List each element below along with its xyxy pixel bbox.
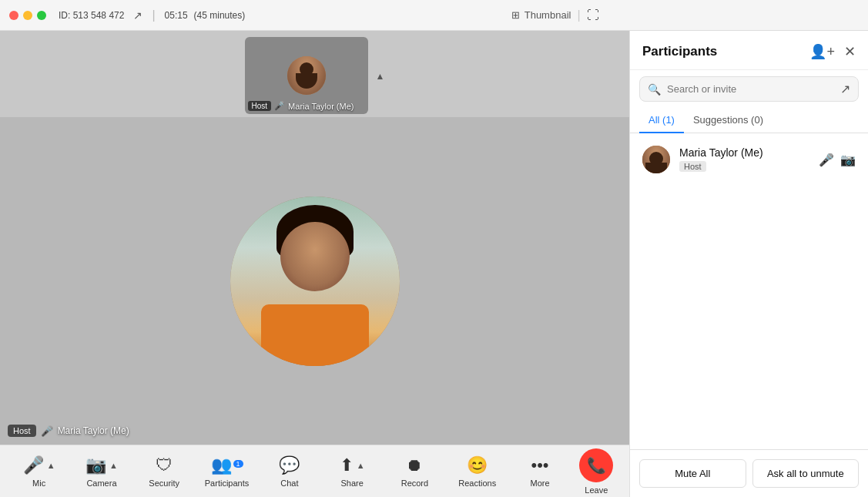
mic-caret-icon[interactable]: ▲: [47, 461, 55, 470]
leave-icon[interactable]: 📞: [579, 448, 613, 482]
mic-label: Mic: [32, 479, 45, 488]
search-input[interactable]: [667, 83, 834, 95]
camera-icon: 📷 ▲: [85, 455, 118, 475]
thumbnail-item: Host 🎤 Maria Taylor (Me): [245, 37, 376, 114]
divider: |: [577, 8, 580, 22]
minimize-button[interactable]: [23, 11, 32, 20]
participant-name-thumb: Maria Taylor (Me): [288, 102, 354, 111]
host-overlay: Host 🎤 Maria Taylor (Me): [8, 425, 129, 437]
participants-label: Participants: [205, 479, 249, 488]
record-icon: ⏺: [406, 455, 423, 475]
share-caret-icon[interactable]: ▲: [357, 461, 365, 470]
mute-all-button[interactable]: Mute All: [639, 459, 746, 488]
title-center: ⊞ Thumbnail | ⛶: [251, 8, 859, 22]
share-icon[interactable]: ↗: [133, 9, 142, 22]
camera-label: Camera: [86, 479, 116, 488]
search-icon: 🔍: [648, 83, 661, 96]
participant-info: Maria Taylor (Me) Host: [679, 146, 809, 173]
search-bar: 🔍 ↗: [630, 70, 868, 108]
participant-name: Maria Taylor (Me): [679, 146, 809, 159]
participants-icon: 👥1: [211, 455, 243, 475]
thumbnail-button[interactable]: ⊞ Thumbnail: [511, 9, 571, 21]
panel-header-icons: 👤+ ✕: [809, 43, 856, 60]
chevron-up-icon[interactable]: ▲: [376, 71, 385, 82]
participants-badge: 1: [233, 460, 243, 468]
add-participant-icon[interactable]: 👤+: [809, 43, 835, 60]
thumbnail-avatar: [287, 56, 326, 95]
maximize-button[interactable]: [37, 11, 46, 20]
tab-suggestions[interactable]: Suggestions (0): [684, 108, 772, 133]
participant-item: Maria Taylor (Me) Host 🎤 📷: [630, 139, 868, 180]
more-label: More: [530, 479, 549, 488]
thumbnail-icon: ⊞: [511, 9, 520, 21]
search-input-wrap: 🔍 ↗: [639, 76, 859, 102]
leave-button-wrap[interactable]: 📞 Leave: [579, 448, 613, 495]
more-icon: •••: [531, 455, 548, 475]
meeting-id: ID: 513 548 472: [59, 10, 124, 21]
thumbnail-strip: Host 🎤 Maria Taylor (Me) ▲: [0, 31, 629, 117]
host-badge-thumb: Host: [248, 101, 272, 111]
mic-button[interactable]: 🎤 ▲ Mic: [16, 455, 62, 488]
camera-button[interactable]: 📷 ▲ Camera: [79, 455, 125, 488]
more-button[interactable]: ••• More: [517, 455, 563, 488]
main-content: Host 🎤 Maria Taylor (Me) ▲ Host 🎤 Mar: [0, 31, 868, 497]
chat-button[interactable]: 💬 Chat: [266, 455, 313, 488]
leave-label: Leave: [585, 485, 608, 495]
person-body: [261, 304, 369, 366]
chat-label: Chat: [280, 479, 298, 488]
record-button[interactable]: ⏺ Record: [391, 455, 437, 488]
toolbar: 🎤 ▲ Mic 📷 ▲ Camera 🛡 Security 👥1: [0, 445, 629, 497]
chat-icon: 💬: [279, 455, 300, 475]
participant-role-badge: Host: [679, 161, 706, 172]
thumbnail-label-area: Host 🎤 Maria Taylor (Me): [248, 101, 373, 111]
participant-icons: 🎤 📷: [819, 153, 856, 167]
share-icon: ⬆ ▲: [340, 455, 365, 475]
person-background: [230, 196, 400, 366]
reactions-icon: 😊: [467, 455, 488, 475]
tab-all[interactable]: All (1): [639, 108, 684, 133]
reactions-button[interactable]: 😊 Reactions: [454, 455, 501, 488]
title-bar: ID: 513 548 472 ↗ | 05:15 (45 minutes) ⊞…: [0, 0, 868, 31]
reactions-label: Reactions: [458, 479, 496, 488]
participant-list: Maria Taylor (Me) Host 🎤 📷: [630, 133, 868, 449]
ask-unmute-button[interactable]: Ask all to unmute: [752, 459, 860, 488]
close-button[interactable]: [9, 11, 18, 20]
participants-button[interactable]: 👥1 Participants: [204, 455, 250, 488]
panel-header: Participants 👤+ ✕: [630, 31, 868, 70]
camera-caret-icon[interactable]: ▲: [109, 461, 118, 470]
close-panel-icon[interactable]: ✕: [844, 43, 856, 60]
participant-name-main: Maria Taylor (Me): [58, 425, 129, 436]
security-icon: 🛡: [156, 455, 173, 475]
security-button[interactable]: 🛡 Security: [141, 455, 187, 488]
panel-footer: Mute All Ask all to unmute: [630, 449, 868, 497]
tabs: All (1) Suggestions (0): [630, 108, 868, 133]
fullscreen-button[interactable]: ⛶: [587, 8, 599, 22]
share-label: Share: [340, 479, 363, 488]
share-button[interactable]: ⬆ ▲ Share: [329, 455, 375, 488]
camera-muted-icon: 📷: [85, 455, 106, 475]
host-badge-main: Host: [8, 425, 36, 437]
main-video-circle: [230, 196, 400, 366]
video-area: Host 🎤 Maria Taylor (Me) ▲ Host 🎤 Mar: [0, 31, 629, 497]
traffic-lights: [9, 11, 46, 20]
participant-avatar: [642, 146, 670, 173]
mic-icon: 🎤 ▲: [23, 455, 55, 475]
mic-muted-icon: 🎤: [23, 455, 44, 475]
meeting-time: 05:15: [165, 10, 188, 21]
participants-panel: Participants 👤+ ✕ 🔍 ↗ All (1) Suggestion…: [629, 31, 868, 497]
participant-camera-muted-icon: 📷: [840, 153, 856, 167]
muted-icon-thumb: 🎤: [274, 101, 285, 111]
person-head: [280, 222, 350, 291]
security-label: Security: [149, 479, 179, 488]
record-label: Record: [401, 479, 428, 488]
panel-title: Participants: [642, 44, 717, 59]
participant-mic-muted-icon: 🎤: [819, 153, 834, 167]
meeting-duration: (45 minutes): [194, 10, 246, 21]
invite-icon[interactable]: ↗: [840, 82, 850, 96]
main-video: Host 🎤 Maria Taylor (Me): [0, 117, 629, 445]
muted-icon-main: 🎤: [41, 425, 53, 437]
thumbnail-label: Thumbnail: [524, 9, 571, 21]
